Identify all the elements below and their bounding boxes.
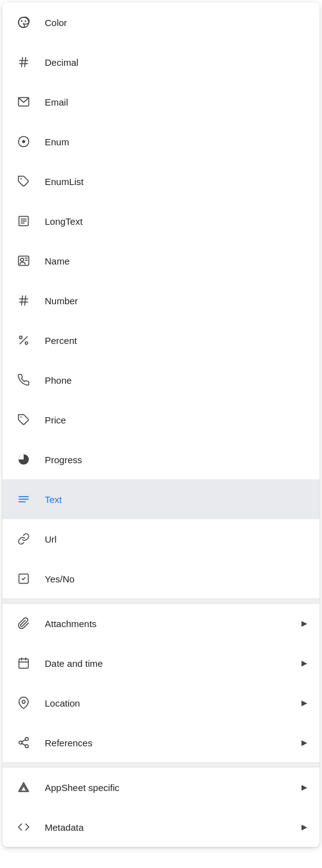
- text-label: Text: [45, 494, 307, 505]
- menu-item-email[interactable]: Email: [2, 82, 320, 122]
- progress-label: Progress: [45, 454, 307, 465]
- menu-item-enum[interactable]: Enum: [2, 122, 320, 161]
- yes-no-label: Yes/No: [45, 574, 307, 584]
- appsheet-specific-chevron-icon: ▶: [301, 783, 307, 792]
- section-divider-2: [2, 762, 320, 767]
- menu-item-color[interactable]: Color: [2, 2, 320, 42]
- decimal-label: Decimal: [45, 57, 307, 68]
- menu-item-longtext[interactable]: LongText: [2, 201, 320, 241]
- longtext-icon: [15, 212, 32, 230]
- number-label: Number: [45, 296, 307, 306]
- metadata-icon: [15, 818, 32, 836]
- menu-item-number[interactable]: Number: [2, 281, 320, 320]
- svg-point-10: [22, 140, 25, 143]
- references-label: References: [45, 738, 301, 748]
- svg-line-6: [22, 58, 23, 67]
- percent-icon: [15, 332, 32, 349]
- text-icon: [15, 491, 32, 508]
- menu-item-references[interactable]: References ▶: [2, 723, 320, 762]
- name-label: Name: [45, 256, 307, 266]
- enumlist-icon: [15, 173, 32, 190]
- menu-item-location[interactable]: Location ▶: [2, 683, 320, 723]
- svg-point-17: [21, 258, 24, 261]
- svg-line-41: [22, 743, 25, 745]
- progress-icon: [15, 451, 32, 468]
- color-label: Color: [45, 17, 307, 28]
- enumlist-label: EnumList: [45, 176, 307, 187]
- metadata-chevron-icon: ▶: [301, 823, 307, 831]
- references-icon: [15, 734, 32, 751]
- menu-item-appsheet-specific[interactable]: AppSheet specific ▶: [2, 767, 320, 807]
- palette-icon: [15, 14, 32, 31]
- menu-item-text[interactable]: Text: [2, 479, 320, 519]
- email-label: Email: [45, 97, 307, 107]
- menu-item-enumlist[interactable]: EnumList: [2, 161, 320, 201]
- email-icon: [15, 93, 32, 111]
- enum-icon: [15, 133, 32, 150]
- svg-line-42: [22, 739, 25, 741]
- menu-item-price[interactable]: Price: [2, 400, 320, 440]
- date-and-time-chevron-icon: ▶: [301, 659, 307, 667]
- svg-point-37: [22, 700, 25, 703]
- price-icon: [15, 411, 32, 428]
- svg-line-24: [20, 337, 27, 344]
- menu-item-decimal[interactable]: Decimal: [2, 42, 320, 82]
- checkbox-icon: [15, 570, 32, 587]
- price-label: Price: [45, 415, 307, 425]
- name-icon: [15, 252, 32, 269]
- calendar-icon: [15, 654, 32, 672]
- menu-item-date-and-time[interactable]: Date and time ▶: [2, 643, 320, 683]
- menu-item-progress[interactable]: Progress: [2, 440, 320, 479]
- menu-item-yes-no[interactable]: Yes/No: [2, 559, 320, 599]
- url-label: Url: [45, 534, 307, 545]
- svg-point-26: [25, 342, 28, 345]
- menu-item-name[interactable]: Name: [2, 241, 320, 281]
- section-divider-1: [2, 599, 320, 604]
- date-and-time-label: Date and time: [45, 658, 301, 669]
- longtext-label: LongText: [45, 216, 307, 227]
- phone-icon: [15, 371, 32, 389]
- svg-line-22: [22, 296, 23, 305]
- location-icon: [15, 694, 32, 712]
- phone-label: Phone: [45, 375, 307, 386]
- location-label: Location: [45, 698, 301, 708]
- menu-item-attachments[interactable]: Attachments ▶: [2, 604, 320, 643]
- menu-item-metadata[interactable]: Metadata ▶: [2, 807, 320, 847]
- svg-point-2: [25, 20, 27, 22]
- dropdown-menu: Color Decimal Email: [2, 2, 320, 847]
- svg-line-23: [25, 296, 26, 305]
- attachments-chevron-icon: ▶: [301, 619, 307, 628]
- svg-point-25: [19, 336, 22, 338]
- appsheet-icon: [15, 779, 32, 796]
- enum-label: Enum: [45, 137, 307, 147]
- svg-point-1: [21, 20, 23, 22]
- attachments-icon: [15, 615, 32, 632]
- link-icon: [15, 530, 32, 548]
- svg-line-7: [25, 58, 26, 67]
- decimal-hash-icon: [15, 53, 32, 71]
- appsheet-specific-label: AppSheet specific: [45, 782, 301, 793]
- attachments-label: Attachments: [45, 618, 301, 629]
- percent-label: Percent: [45, 335, 307, 346]
- menu-item-url[interactable]: Url: [2, 519, 320, 559]
- menu-item-percent[interactable]: Percent: [2, 320, 320, 360]
- svg-rect-33: [19, 659, 29, 668]
- number-hash-icon: [15, 292, 32, 309]
- menu-item-phone[interactable]: Phone: [2, 360, 320, 400]
- references-chevron-icon: ▶: [301, 738, 307, 747]
- metadata-label: Metadata: [45, 822, 301, 833]
- location-chevron-icon: ▶: [301, 698, 307, 707]
